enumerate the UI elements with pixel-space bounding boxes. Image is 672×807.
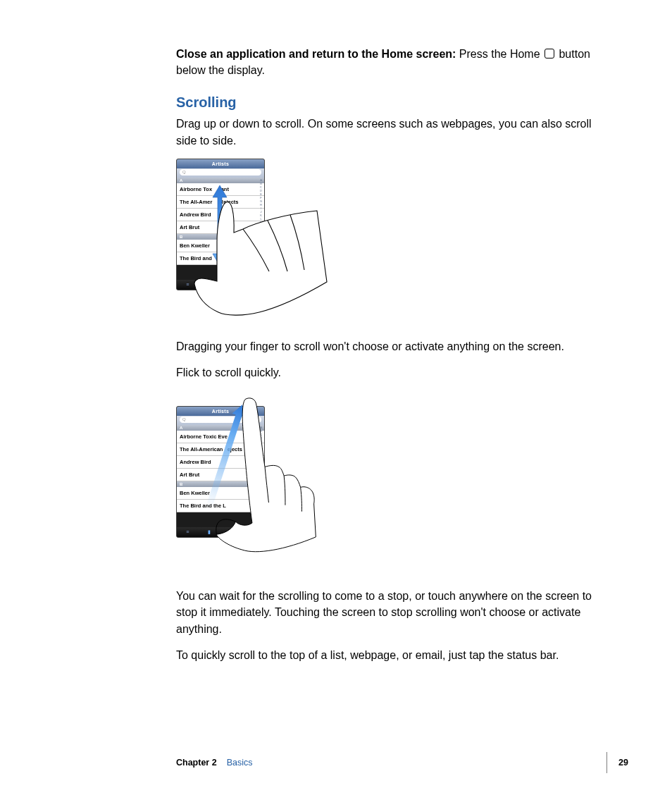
close-app-instruction: Close an application and return to the H… [176,46,595,78]
alpha-index-strip: ABCDEFGHIJKLMNOPQRSTUVWXYZ# [259,426,263,521]
instruction-text-1: Press the Home [456,48,543,60]
page-footer: Chapter 2 Basics 29 [176,752,628,773]
phone-titlebar: Artists [177,407,264,416]
group-header-b: B [177,234,264,240]
alpha-index-strip: ABCDEFGHIJKLMNOPQRSTUVWXYZ# [259,178,263,273]
tab-icon: ⋯ [250,529,255,536]
list-item: Andrew Bird [177,209,264,221]
list-item: The Bird and [177,252,264,265]
list-item: Andrew Bird [177,456,264,469]
list-item: The All-Amer Rejects [177,196,264,209]
group-header-a: A [177,425,264,431]
list-item: Ben Kweller [177,240,264,252]
tab-icon: ♪ [229,529,232,536]
figure-flick-scroll: Artists Q A Airborne Toxic Eve The All-A… [176,390,328,574]
tab-icon: ▮ [208,529,211,536]
manual-page: Close an application and return to the H… [0,0,672,807]
list-item: Art Brut [177,469,264,481]
phone-tabbar: ≡ ▮ ♪ ⋯ [177,280,264,290]
phone-tabbar: ≡ ▮ ♪ ⋯ [177,527,264,537]
list-item: Airborne Toxic Eve [177,431,264,443]
phone-titlebar: Artists [177,159,264,168]
instruction-bold: Close an application and return to the H… [176,48,456,60]
tab-icon: ≡ [186,281,189,288]
statusbar-tap-note: To quickly scroll to the top of a list, … [176,647,595,663]
tab-icon: ▮ [208,281,211,288]
figure-drag-scroll: Artists Q A Airborne Tox ant The All-Ame… [176,159,328,324]
flick-note: Flick to scroll quickly. [176,364,595,381]
drag-note: Dragging your finger to scroll won't cho… [176,338,595,355]
list-item: The All-American ejects [177,443,264,456]
tab-icon: ⋯ [250,281,255,288]
list-item: The Bird and the L [177,500,264,512]
footer-title: Basics [227,756,253,769]
footer-chapter: Chapter 2 [176,756,217,769]
tab-icon: ♪ [229,281,232,288]
footer-divider [606,752,607,773]
footer-page-number: 29 [618,756,628,769]
tab-icon: ≡ [186,529,189,536]
phone-search: Q [177,416,264,425]
group-header-b: B [177,481,264,487]
section-heading-scrolling: Scrolling [176,92,595,113]
list-item: Ben Kweller [177,487,264,500]
home-icon [545,49,554,58]
group-header-a: A [177,178,264,183]
list-item: Art Brut [177,221,264,234]
phone-mock-1: Artists Q A Airborne Tox ant The All-Ame… [176,159,265,290]
stop-scroll-note: You can wait for the scrolling to come t… [176,588,595,637]
list-item: Airborne Tox ant [177,183,264,196]
scrolling-intro: Drag up or down to scroll. On some scree… [176,116,595,148]
phone-mock-2: Artists Q A Airborne Toxic Eve The All-A… [176,406,265,538]
phone-search: Q [177,168,264,178]
